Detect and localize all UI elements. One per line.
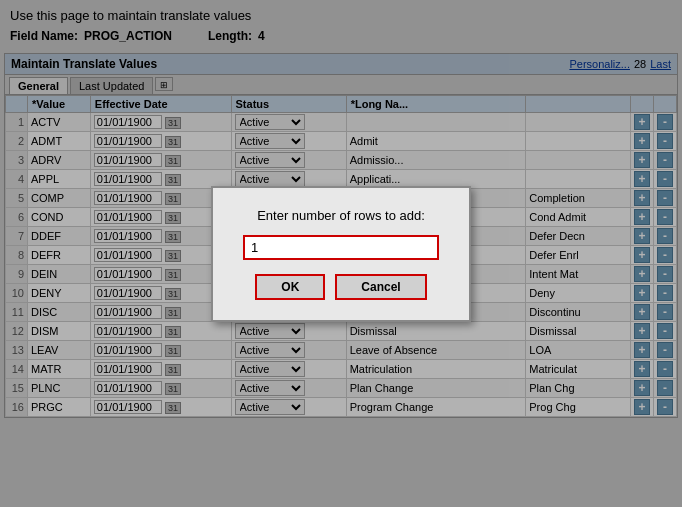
modal-dialog: Enter number of rows to add: OK Cancel [211,186,471,322]
modal-prompt: Enter number of rows to add: [243,208,439,223]
modal-ok-button[interactable]: OK [255,274,325,300]
modal-cancel-button[interactable]: Cancel [335,274,426,300]
modal-overlay: Enter number of rows to add: OK Cancel [0,0,682,507]
rows-input[interactable] [243,235,439,260]
modal-buttons: OK Cancel [243,274,439,300]
